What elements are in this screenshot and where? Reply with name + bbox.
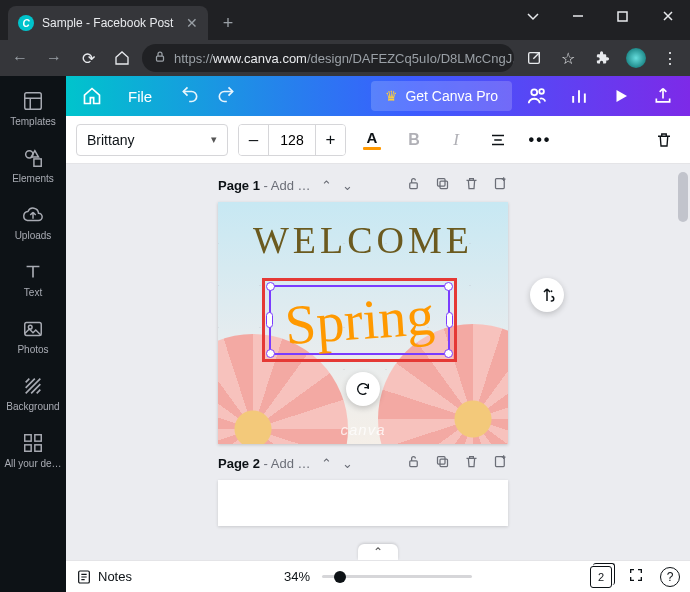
spring-text-element[interactable]: Spring — [269, 281, 450, 359]
page2-collapse-up-icon[interactable]: ⌃ — [321, 456, 332, 471]
text-align-button[interactable] — [482, 124, 514, 156]
page2-lock-icon[interactable] — [406, 454, 421, 472]
browser-menu-icon[interactable]: ⋮ — [656, 44, 684, 72]
page2-duplicate-icon[interactable] — [435, 454, 450, 472]
svg-point-18 — [551, 290, 553, 292]
extensions-icon[interactable] — [588, 44, 616, 72]
floating-add-button[interactable] — [530, 278, 564, 312]
window-maximize-icon[interactable] — [600, 0, 645, 32]
fullscreen-button[interactable] — [628, 567, 644, 586]
page-1-canvas[interactable]: WELCOME Spring canva — [218, 202, 508, 444]
selection-bounding-box[interactable]: Spring — [269, 285, 450, 355]
chevron-down-icon: ▾ — [211, 133, 217, 146]
svg-point-13 — [539, 89, 544, 94]
page-2-canvas[interactable] — [218, 480, 508, 526]
address-bar[interactable]: https://www.canva.com/design/DAFEZCq5uIo… — [142, 44, 514, 72]
font-name: Brittany — [87, 132, 134, 148]
get-canva-pro-button[interactable]: ♛ Get Canva Pro — [371, 81, 512, 111]
svg-rect-15 — [440, 181, 448, 189]
page2-add-page-icon[interactable] — [493, 454, 508, 472]
canva-watermark: canva — [218, 421, 508, 438]
text-color-button[interactable]: A — [356, 124, 388, 156]
sidebar-item-background[interactable]: Background — [0, 365, 66, 422]
analytics-button[interactable] — [562, 79, 596, 113]
nav-home-button[interactable] — [108, 44, 136, 72]
page1-add-page-icon[interactable] — [493, 176, 508, 194]
font-size-increase-button[interactable]: + — [315, 125, 345, 155]
sidebar-item-photos[interactable]: Photos — [0, 308, 66, 365]
share-collaborators-button[interactable] — [520, 79, 554, 113]
more-options-button[interactable]: ••• — [524, 124, 556, 156]
zoom-slider[interactable] — [322, 575, 472, 578]
bookmark-icon[interactable]: ☆ — [554, 44, 582, 72]
page1-lock-icon[interactable] — [406, 176, 421, 194]
page1-add-title[interactable]: - Add … — [264, 178, 311, 193]
font-family-picker[interactable]: Brittany ▾ — [76, 124, 228, 156]
notes-label: Notes — [98, 569, 132, 584]
page2-collapse-down-icon[interactable]: ⌄ — [342, 456, 353, 471]
window-close-icon[interactable] — [645, 0, 690, 32]
nav-back-button[interactable]: ← — [6, 44, 34, 72]
pages-panel-toggle[interactable]: ⌃ — [358, 544, 398, 560]
page1-delete-icon[interactable] — [464, 176, 479, 194]
sync-rotate-button[interactable] — [346, 372, 380, 406]
tab-close-icon[interactable]: ✕ — [186, 15, 198, 31]
profile-avatar[interactable] — [622, 44, 650, 72]
canva-home-button[interactable] — [76, 80, 108, 112]
svg-rect-0 — [618, 12, 627, 21]
page-count-value: 2 — [598, 571, 604, 583]
sidebar-label: All your de… — [4, 458, 61, 469]
notes-button[interactable]: Notes — [76, 569, 132, 585]
page1-collapse-up-icon[interactable]: ⌃ — [321, 178, 332, 193]
get-pro-label: Get Canva Pro — [405, 88, 498, 104]
undo-button[interactable] — [180, 84, 200, 108]
window-collapse-tabs-icon[interactable] — [510, 0, 555, 32]
svg-rect-21 — [438, 457, 446, 465]
sidebar-item-templates[interactable]: Templates — [0, 80, 66, 137]
svg-rect-5 — [34, 159, 41, 166]
share-page-icon[interactable] — [520, 44, 548, 72]
font-size-decrease-button[interactable]: – — [239, 125, 269, 155]
vertical-scrollbar[interactable] — [678, 172, 688, 222]
tab-title: Sample - Facebook Post — [42, 16, 173, 30]
zoom-level-label[interactable]: 34% — [284, 569, 310, 584]
page1-title: Page 1 — [218, 178, 260, 193]
crown-icon: ♛ — [385, 88, 398, 104]
page2-add-title[interactable]: - Add … — [264, 456, 311, 471]
page1-collapse-down-icon[interactable]: ⌄ — [342, 178, 353, 193]
publish-button[interactable] — [646, 79, 680, 113]
italic-button[interactable]: I — [440, 124, 472, 156]
text-color-letter: A — [367, 129, 378, 146]
sidebar-item-uploads[interactable]: Uploads — [0, 194, 66, 251]
svg-rect-10 — [25, 445, 31, 451]
delete-element-button[interactable] — [648, 124, 680, 156]
svg-rect-16 — [438, 179, 446, 187]
svg-rect-11 — [35, 445, 41, 451]
welcome-text-element[interactable]: WELCOME — [218, 218, 508, 262]
nav-reload-button[interactable]: ⟳ — [74, 44, 102, 72]
page2-delete-icon[interactable] — [464, 454, 479, 472]
page1-duplicate-icon[interactable] — [435, 176, 450, 194]
sidebar-label: Elements — [12, 173, 54, 184]
svg-rect-22 — [496, 457, 505, 467]
sidebar-item-elements[interactable]: Elements — [0, 137, 66, 194]
svg-rect-3 — [25, 93, 42, 110]
help-button[interactable]: ? — [660, 567, 680, 587]
sidebar-item-all-designs[interactable]: All your de… — [0, 422, 66, 479]
url-text: https://www.canva.com/design/DAFEZCq5uIo… — [174, 51, 514, 66]
resize-handle-tl[interactable] — [266, 282, 275, 291]
font-size-input[interactable] — [269, 125, 315, 155]
zoom-slider-thumb[interactable] — [334, 571, 346, 583]
sidebar-label: Uploads — [15, 230, 52, 241]
new-tab-button[interactable]: + — [214, 9, 242, 37]
bold-button[interactable]: B — [398, 124, 430, 156]
present-button[interactable] — [604, 79, 638, 113]
window-minimize-icon[interactable] — [555, 0, 600, 32]
svg-rect-9 — [35, 435, 41, 441]
page-count-button[interactable]: 2 — [590, 566, 612, 588]
resize-handle-br[interactable] — [444, 349, 453, 358]
redo-button[interactable] — [216, 84, 236, 108]
sidebar-item-text[interactable]: Text — [0, 251, 66, 308]
browser-tab[interactable]: C Sample - Facebook Post ✕ — [8, 6, 208, 40]
file-menu-button[interactable]: File — [116, 80, 164, 112]
